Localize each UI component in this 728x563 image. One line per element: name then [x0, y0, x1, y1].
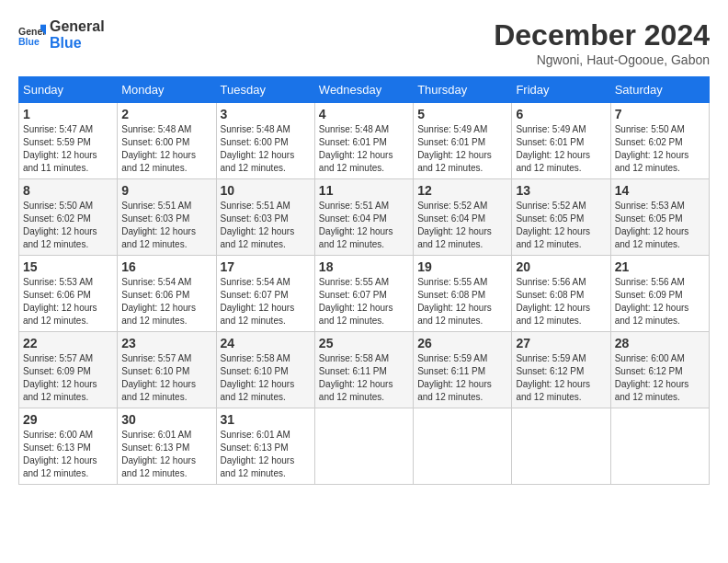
day-number: 21 — [615, 259, 705, 274]
weekday-header-saturday: Saturday — [610, 77, 709, 103]
day-info: Sunrise: 5:51 AMSunset: 6:03 PMDaylight:… — [121, 200, 211, 251]
day-info: Sunrise: 5:51 AMSunset: 6:04 PMDaylight:… — [319, 200, 409, 251]
day-info: Sunrise: 6:01 AMSunset: 6:13 PMDaylight:… — [221, 429, 311, 480]
day-info: Sunrise: 5:59 AMSunset: 6:12 PMDaylight:… — [516, 352, 606, 404]
day-number: 27 — [516, 336, 606, 350]
calendar-cell: 10Sunrise: 5:51 AMSunset: 6:03 PMDayligh… — [216, 179, 314, 256]
day-info: Sunrise: 5:50 AMSunset: 6:02 PMDaylight:… — [23, 200, 113, 251]
day-info: Sunrise: 5:52 AMSunset: 6:04 PMDaylight:… — [417, 200, 507, 251]
calendar-cell: 19Sunrise: 5:55 AMSunset: 6:08 PMDayligh… — [414, 256, 512, 332]
calendar-cell: 5Sunrise: 5:49 AMSunset: 6:01 PMDaylight… — [414, 103, 512, 179]
svg-text:Blue: Blue — [18, 36, 40, 47]
week-row-5: 29Sunrise: 6:00 AMSunset: 6:13 PMDayligh… — [19, 408, 710, 485]
day-number: 10 — [221, 183, 311, 198]
logo-icon: General Blue — [18, 21, 46, 49]
day-number: 19 — [417, 259, 507, 274]
weekday-header-tuesday: Tuesday — [216, 77, 314, 103]
day-info: Sunrise: 5:57 AMSunset: 6:09 PMDaylight:… — [23, 352, 113, 404]
day-info: Sunrise: 5:54 AMSunset: 6:06 PMDaylight:… — [121, 276, 211, 327]
day-number: 16 — [121, 259, 211, 274]
day-number: 9 — [121, 183, 211, 198]
day-number: 2 — [121, 107, 211, 121]
day-info: Sunrise: 5:56 AMSunset: 6:09 PMDaylight:… — [615, 276, 705, 327]
day-info: Sunrise: 5:58 AMSunset: 6:10 PMDaylight:… — [221, 352, 311, 404]
calendar-cell: 30Sunrise: 6:01 AMSunset: 6:13 PMDayligh… — [118, 408, 216, 485]
logo-text: General Blue — [50, 18, 105, 51]
calendar-cell: 25Sunrise: 5:58 AMSunset: 6:11 PMDayligh… — [314, 332, 413, 408]
day-number: 25 — [319, 336, 409, 350]
calendar-cell — [512, 408, 610, 485]
day-number: 26 — [417, 336, 507, 350]
calendar-cell: 22Sunrise: 5:57 AMSunset: 6:09 PMDayligh… — [19, 332, 118, 408]
day-number: 18 — [319, 259, 409, 274]
calendar-cell: 24Sunrise: 5:58 AMSunset: 6:10 PMDayligh… — [216, 332, 314, 408]
weekday-header-thursday: Thursday — [414, 77, 512, 103]
calendar-cell — [610, 408, 709, 485]
calendar-cell: 18Sunrise: 5:55 AMSunset: 6:07 PMDayligh… — [314, 256, 413, 332]
calendar-cell: 21Sunrise: 5:56 AMSunset: 6:09 PMDayligh… — [610, 256, 709, 332]
day-number: 28 — [615, 336, 705, 350]
calendar-cell: 20Sunrise: 5:56 AMSunset: 6:08 PMDayligh… — [512, 256, 610, 332]
day-number: 3 — [221, 107, 311, 121]
calendar-cell: 8Sunrise: 5:50 AMSunset: 6:02 PMDaylight… — [19, 179, 118, 256]
calendar-cell: 3Sunrise: 5:48 AMSunset: 6:00 PMDaylight… — [216, 103, 314, 179]
calendar-cell: 29Sunrise: 6:00 AMSunset: 6:13 PMDayligh… — [19, 408, 118, 485]
week-row-1: 1Sunrise: 5:47 AMSunset: 5:59 PMDaylight… — [19, 103, 710, 179]
calendar-cell: 12Sunrise: 5:52 AMSunset: 6:04 PMDayligh… — [414, 179, 512, 256]
calendar-cell: 6Sunrise: 5:49 AMSunset: 6:01 PMDaylight… — [512, 103, 610, 179]
day-info: Sunrise: 5:57 AMSunset: 6:10 PMDaylight:… — [121, 352, 211, 404]
day-info: Sunrise: 5:48 AMSunset: 6:01 PMDaylight:… — [319, 123, 409, 175]
day-info: Sunrise: 5:49 AMSunset: 6:01 PMDaylight:… — [516, 123, 606, 175]
day-info: Sunrise: 6:01 AMSunset: 6:13 PMDaylight:… — [121, 429, 211, 480]
day-number: 20 — [516, 259, 606, 274]
day-info: Sunrise: 5:51 AMSunset: 6:03 PMDaylight:… — [221, 200, 311, 251]
day-info: Sunrise: 5:54 AMSunset: 6:07 PMDaylight:… — [221, 276, 311, 327]
day-info: Sunrise: 5:59 AMSunset: 6:11 PMDaylight:… — [417, 352, 507, 404]
day-info: Sunrise: 5:50 AMSunset: 6:02 PMDaylight:… — [615, 123, 705, 175]
calendar-cell: 16Sunrise: 5:54 AMSunset: 6:06 PMDayligh… — [118, 256, 216, 332]
day-number: 30 — [121, 412, 211, 427]
calendar-cell: 11Sunrise: 5:51 AMSunset: 6:04 PMDayligh… — [314, 179, 413, 256]
title-area: December 2024 Ngwoni, Haut-Ogooue, Gabon — [494, 18, 710, 67]
day-number: 4 — [319, 107, 409, 121]
day-info: Sunrise: 5:47 AMSunset: 5:59 PMDaylight:… — [23, 123, 113, 175]
day-info: Sunrise: 6:00 AMSunset: 6:12 PMDaylight:… — [615, 352, 705, 404]
day-info: Sunrise: 5:55 AMSunset: 6:08 PMDaylight:… — [417, 276, 507, 327]
calendar-cell: 17Sunrise: 5:54 AMSunset: 6:07 PMDayligh… — [216, 256, 314, 332]
day-info: Sunrise: 5:56 AMSunset: 6:08 PMDaylight:… — [516, 276, 606, 327]
month-title: December 2024 — [494, 18, 710, 52]
weekday-header-monday: Monday — [118, 77, 216, 103]
day-info: Sunrise: 5:49 AMSunset: 6:01 PMDaylight:… — [417, 123, 507, 175]
weekday-header-row: SundayMondayTuesdayWednesdayThursdayFrid… — [19, 77, 710, 103]
day-number: 31 — [221, 412, 311, 427]
day-number: 6 — [516, 107, 606, 121]
day-number: 24 — [221, 336, 311, 350]
calendar-cell: 23Sunrise: 5:57 AMSunset: 6:10 PMDayligh… — [118, 332, 216, 408]
day-number: 1 — [23, 107, 113, 121]
day-info: Sunrise: 5:48 AMSunset: 6:00 PMDaylight:… — [121, 123, 211, 175]
day-number: 11 — [319, 183, 409, 198]
day-info: Sunrise: 5:52 AMSunset: 6:05 PMDaylight:… — [516, 200, 606, 251]
day-info: Sunrise: 5:55 AMSunset: 6:07 PMDaylight:… — [319, 276, 409, 327]
day-number: 13 — [516, 183, 606, 198]
calendar-cell: 9Sunrise: 5:51 AMSunset: 6:03 PMDaylight… — [118, 179, 216, 256]
day-number: 15 — [23, 259, 113, 274]
calendar-cell: 26Sunrise: 5:59 AMSunset: 6:11 PMDayligh… — [414, 332, 512, 408]
weekday-header-friday: Friday — [512, 77, 610, 103]
calendar-cell: 28Sunrise: 6:00 AMSunset: 6:12 PMDayligh… — [610, 332, 709, 408]
day-number: 23 — [121, 336, 211, 350]
calendar-cell — [314, 408, 413, 485]
day-info: Sunrise: 5:58 AMSunset: 6:11 PMDaylight:… — [319, 352, 409, 404]
day-info: Sunrise: 5:48 AMSunset: 6:00 PMDaylight:… — [221, 123, 311, 175]
week-row-2: 8Sunrise: 5:50 AMSunset: 6:02 PMDaylight… — [19, 179, 710, 256]
day-number: 5 — [417, 107, 507, 121]
week-row-4: 22Sunrise: 5:57 AMSunset: 6:09 PMDayligh… — [19, 332, 710, 408]
calendar-cell: 27Sunrise: 5:59 AMSunset: 6:12 PMDayligh… — [512, 332, 610, 408]
calendar-cell: 13Sunrise: 5:52 AMSunset: 6:05 PMDayligh… — [512, 179, 610, 256]
day-info: Sunrise: 5:53 AMSunset: 6:05 PMDaylight:… — [615, 200, 705, 251]
calendar-cell: 2Sunrise: 5:48 AMSunset: 6:00 PMDaylight… — [118, 103, 216, 179]
logo: General Blue General Blue — [18, 18, 105, 51]
day-number: 14 — [615, 183, 705, 198]
weekday-header-sunday: Sunday — [19, 77, 118, 103]
day-info: Sunrise: 5:53 AMSunset: 6:06 PMDaylight:… — [23, 276, 113, 327]
